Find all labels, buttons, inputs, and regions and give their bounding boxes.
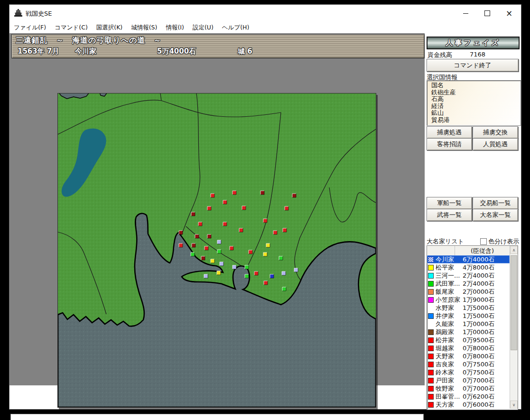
castle-marker-blue[interactable] <box>270 274 274 278</box>
daimyo-row[interactable]: 三河一...2万4000石 <box>427 271 510 280</box>
guest-general-button[interactable]: 客将招請 <box>427 138 472 150</box>
menu-item-0[interactable]: ファイル(F) <box>9 22 50 32</box>
castle-marker-darkred[interactable] <box>192 243 195 247</box>
menu-item-2[interactable]: 国選択(K) <box>92 22 127 32</box>
castle-marker-red[interactable] <box>223 200 227 204</box>
castle-marker-red[interactable] <box>264 281 268 285</box>
daimyo-row[interactable]: 天方家0万6000石 <box>427 401 510 409</box>
clan-name: 松平家 <box>436 263 463 272</box>
daimyo-row[interactable]: 小笠原家1万9000石 <box>427 296 510 304</box>
castle-marker-red[interactable] <box>207 206 211 210</box>
general-list-button[interactable]: 武将一覧 <box>427 209 472 221</box>
castle-marker-red[interactable] <box>263 219 267 223</box>
daimyo-row[interactable]: 今川家6万4000石 <box>427 255 510 263</box>
menu-item-3[interactable]: 城情報(S) <box>127 22 161 32</box>
castle-marker-green[interactable] <box>245 265 249 269</box>
end-command-button[interactable]: コマンド終了 <box>427 59 519 72</box>
daimyo-row[interactable]: 久能家1万0000石 <box>427 320 510 328</box>
castle-marker-imagawa[interactable] <box>232 265 236 269</box>
castle-marker-yellow[interactable] <box>266 243 270 247</box>
clan-name: 牧野家 <box>436 384 463 393</box>
castle-marker-yellow[interactable] <box>211 259 214 263</box>
daimyo-row[interactable]: 松平家4万8000石 <box>427 263 510 271</box>
warship-list-button[interactable]: 軍船一覧 <box>427 197 472 209</box>
minimize-button[interactable] <box>455 5 476 22</box>
castle-marker-red[interactable] <box>223 222 227 226</box>
daimyo-row[interactable]: 堀越家0万8000石 <box>427 344 510 352</box>
castle-marker-imagawa[interactable] <box>294 268 298 272</box>
castle-marker-imagawa[interactable] <box>282 271 286 275</box>
castle-marker-red[interactable] <box>239 228 243 232</box>
close-button[interactable]: × <box>498 5 520 22</box>
clan-name: 戸田家 <box>436 376 463 385</box>
daimyo-row[interactable]: 水野家1万5000石 <box>427 304 510 312</box>
daimyo-row[interactable]: 武田軍...2万4000石 <box>427 280 510 288</box>
castle-marker-darkred[interactable] <box>195 234 199 238</box>
clan-color-swatch <box>428 370 434 375</box>
daimyo-row[interactable]: 井伊家1万5000石 <box>427 312 510 320</box>
castle-marker-red[interactable] <box>211 194 214 197</box>
prisoner-treatment-button[interactable]: 捕虜処遇 <box>427 126 472 139</box>
clan-color-swatch <box>428 345 434 351</box>
castle-marker-yellow[interactable] <box>217 271 221 275</box>
castle-marker-green[interactable] <box>282 287 286 291</box>
castle-marker-red[interactable] <box>242 206 246 210</box>
castle-marker-green[interactable] <box>217 250 221 253</box>
daimyo-row[interactable]: 牧野家0万7000石 <box>427 384 510 392</box>
castle-marker-darkred[interactable] <box>292 194 296 197</box>
castle-marker-yellow[interactable] <box>263 252 267 256</box>
clan-koku: 1万5000石 <box>463 304 494 312</box>
clan-koku: 1万0000石 <box>463 328 494 336</box>
castle-marker-red[interactable] <box>254 271 258 275</box>
menu-item-5[interactable]: 設定(U) <box>188 22 218 32</box>
castle-marker-darkred[interactable] <box>260 191 264 195</box>
castle-marker-darkred[interactable] <box>179 231 183 234</box>
scroll-down-icon[interactable]: ∨ <box>510 401 518 409</box>
color-display-checkbox[interactable] <box>480 238 487 245</box>
daimyo-list-button[interactable]: 大名家一覧 <box>473 209 518 221</box>
castle-marker-red[interactable] <box>273 231 277 234</box>
maximize-button[interactable] <box>476 5 498 22</box>
tradeship-list-button[interactable]: 交易船一覧 <box>473 197 518 209</box>
castle-marker-imagawa[interactable] <box>217 240 221 244</box>
castle-marker-green[interactable] <box>245 274 249 278</box>
menu-item-1[interactable]: コマンド(C) <box>50 22 92 32</box>
daimyo-row[interactable]: 鈴木家0万7500石 <box>427 368 510 376</box>
daimyo-row[interactable]: 吉良家0万7500石 <box>427 360 510 368</box>
castle-marker-darkred[interactable] <box>201 256 205 260</box>
daimyo-row[interactable]: 戸田家0万7000石 <box>427 376 510 384</box>
castle-marker-red[interactable] <box>179 243 183 247</box>
daimyo-list-header[interactable]: (臣従含) <box>427 246 510 256</box>
castle-marker-red[interactable] <box>198 222 202 226</box>
castle-marker-green[interactable] <box>279 256 283 260</box>
funds-label: 資金残高 <box>428 51 452 59</box>
menu-item-6[interactable]: ヘルプ(H) <box>218 22 254 32</box>
list-scrollbar[interactable]: ∧ ∨ <box>510 246 518 409</box>
castle-marker-red[interactable] <box>230 246 233 250</box>
castle-marker-darkred[interactable] <box>207 234 211 238</box>
menu-item-4[interactable]: 情報(I) <box>161 22 188 32</box>
strategy-map[interactable] <box>57 93 376 408</box>
castle-marker-darkred[interactable] <box>191 212 195 216</box>
clan-name: 天方家 <box>436 401 463 409</box>
daimyo-row[interactable]: 鵜殿家1万0000石 <box>427 328 510 336</box>
castle-marker-red[interactable] <box>283 228 287 232</box>
scrollbar-thumb[interactable] <box>511 255 517 350</box>
castle-marker-red[interactable] <box>232 191 236 195</box>
hostage-treatment-button[interactable]: 人質処遇 <box>473 138 518 150</box>
castle-marker-imagawa[interactable] <box>220 262 223 266</box>
castle-marker-red[interactable] <box>285 206 288 210</box>
scroll-up-icon[interactable]: ∧ <box>510 246 518 254</box>
daimyo-row[interactable]: 田峯菅...0万6200石 <box>427 392 510 401</box>
daimyo-row[interactable]: 天野家0万8000石 <box>427 352 510 360</box>
castle-marker-red[interactable] <box>205 246 208 250</box>
clan-koku: 2万0000石 <box>463 288 494 296</box>
daimyo-row[interactable]: 飯尾家2万0000石 <box>427 288 510 296</box>
castle-marker-red[interactable] <box>249 250 252 254</box>
castle-marker-green[interactable] <box>191 252 195 256</box>
title-bar[interactable]: 戦国史SE × <box>9 5 521 22</box>
clan-color-swatch <box>428 273 434 279</box>
daimyo-row[interactable]: 松井家0万9500石 <box>427 336 510 344</box>
castle-marker-imagawa[interactable] <box>204 274 208 278</box>
prisoner-exchange-button[interactable]: 捕虜交換 <box>473 126 518 139</box>
